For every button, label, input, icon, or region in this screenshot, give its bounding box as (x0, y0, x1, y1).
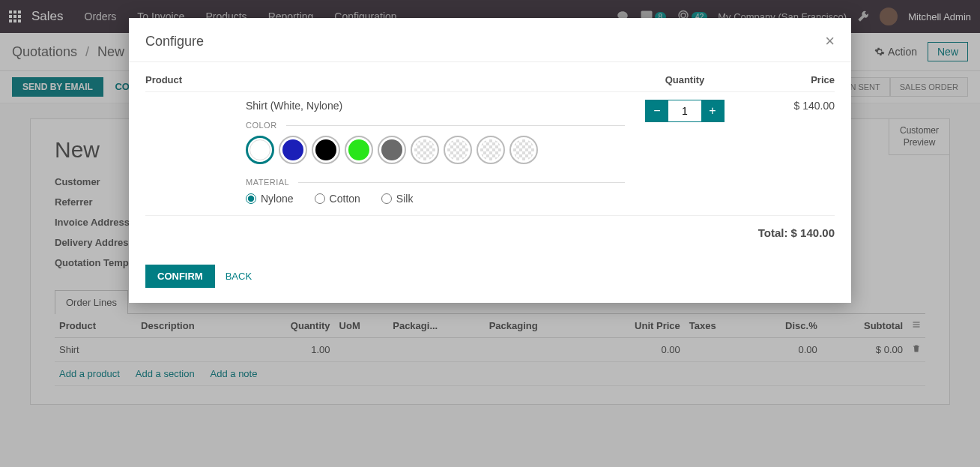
color-swatch-black[interactable] (312, 136, 340, 164)
col-header-price: Price (745, 74, 835, 85)
configure-modal: Configure × Product Quantity Price Shirt… (129, 18, 851, 303)
color-swatch-blue[interactable] (279, 136, 307, 164)
col-header-quantity: Quantity (625, 74, 745, 85)
material-radios: NyloneCottonSilk (246, 193, 625, 205)
material-option-cotton[interactable]: Cotton (315, 193, 360, 205)
color-swatch-green[interactable] (345, 136, 373, 164)
material-option-nylone[interactable]: Nylone (246, 193, 294, 205)
attr-label-material: MATERIAL (246, 178, 625, 187)
attr-label-color: COLOR (246, 121, 625, 130)
product-name: Shirt (White, Nylone) (246, 100, 625, 112)
close-icon[interactable]: × (825, 31, 835, 51)
modal-overlay: Configure × Product Quantity Price Shirt… (0, 0, 980, 467)
color-swatch-grey[interactable] (378, 136, 406, 164)
color-swatch-pattern3[interactable] (477, 136, 505, 164)
color-swatch-pattern4[interactable] (509, 136, 538, 164)
color-swatch-white[interactable] (246, 136, 274, 164)
qty-input[interactable] (668, 100, 701, 121)
qty-plus-button[interactable]: + (701, 100, 724, 121)
line-price: $ 140.00 (745, 100, 835, 205)
col-header-product: Product (145, 74, 625, 85)
modal-confirm-button[interactable]: CONFIRM (145, 265, 215, 288)
modal-back-button[interactable]: BACK (226, 271, 252, 282)
qty-minus-button[interactable]: − (646, 100, 668, 121)
modal-title: Configure (145, 34, 204, 49)
material-option-silk[interactable]: Silk (381, 193, 414, 205)
color-swatches (246, 136, 625, 164)
color-swatch-pattern1[interactable] (411, 136, 439, 164)
total-row: Total: $ 140.00 (145, 216, 835, 245)
color-swatch-pattern2[interactable] (444, 136, 472, 164)
quantity-stepper: − + (645, 100, 725, 122)
